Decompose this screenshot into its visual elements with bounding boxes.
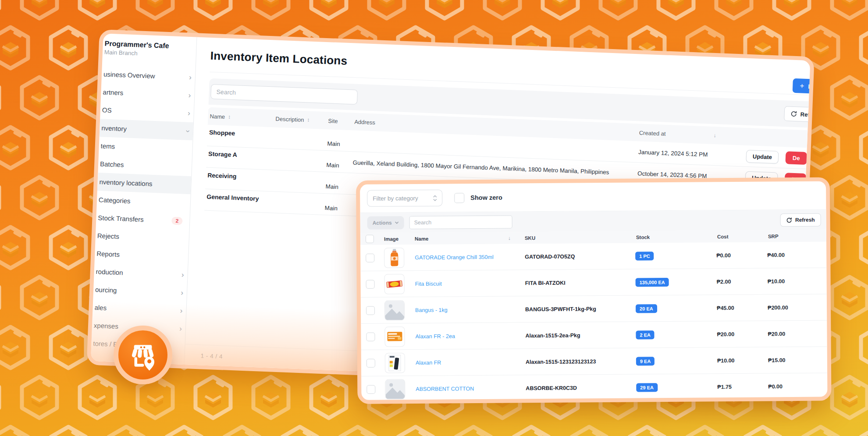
stock-badge: 1 PC	[635, 252, 654, 260]
item-image-cell	[378, 326, 413, 347]
item-stock-cell: 20 EA	[636, 304, 717, 313]
hex-logo-tile	[0, 324, 32, 372]
column-header[interactable]: Created at↓	[639, 129, 722, 139]
sort-icon: ↕	[307, 117, 310, 123]
location-description	[272, 202, 325, 204]
row-checkbox[interactable]	[366, 280, 375, 288]
column-header-label: SKU	[525, 235, 535, 241]
item-cost: ₱2.00	[717, 278, 768, 285]
item-sku: FITA BI-ATZOKI	[524, 279, 636, 286]
new-button[interactable]: + New	[793, 78, 815, 94]
chevron-right-icon: ›	[188, 110, 190, 117]
sidebar-item-label: OS	[102, 106, 188, 117]
select-all-checkbox-cell	[360, 235, 378, 243]
chevron-right-icon: ›	[180, 307, 182, 315]
product-image	[384, 326, 405, 347]
item-name-link[interactable]: Alaxan FR - 2ea	[413, 333, 524, 340]
item-name-link[interactable]: Fita Biscuit	[413, 280, 524, 287]
column-header[interactable]: Name↕	[210, 113, 275, 122]
sidebar-item-label: artners	[103, 88, 189, 99]
row-checkbox[interactable]	[366, 253, 374, 262]
row-checkbox[interactable]	[366, 385, 375, 393]
hex-logo-tile	[857, 25, 868, 73]
hex-logo-tile	[684, 424, 726, 436]
hex-logo-tile	[829, 174, 868, 223]
refresh-button[interactable]: Refr	[784, 106, 815, 122]
search-input[interactable]	[210, 84, 358, 105]
item-image-cell	[379, 353, 413, 373]
delete-button[interactable]: De	[785, 151, 807, 165]
sidebar-item-label: Batches	[100, 160, 189, 171]
items-search-input[interactable]	[409, 216, 512, 230]
item-row: Alaxan FRAlaxan-1515-1231231231239 EA₱10…	[361, 347, 827, 376]
item-image-cell	[379, 379, 413, 400]
refresh-label: Refr	[800, 111, 812, 118]
item-row: Fita BiscuitFITA BI-ATZOKI135,000 EA₱2.0…	[360, 268, 826, 298]
select-updown-icon	[433, 195, 437, 201]
actions-button[interactable]: Actions	[367, 216, 404, 230]
item-image-cell	[378, 248, 412, 268]
select-all-checkbox[interactable]	[366, 235, 374, 243]
hex-logo-tile	[47, 324, 89, 372]
stock-badge: 20 EA	[636, 304, 657, 313]
update-button[interactable]: Update	[746, 149, 779, 163]
column-header-label: Address	[354, 118, 375, 126]
item-name-link[interactable]: Alaxan FR	[413, 359, 525, 366]
hex-logo-tile	[713, 0, 755, 23]
hex-logo-tile	[829, 374, 868, 422]
stock-badge: 9 EA	[636, 357, 655, 365]
sidebar-item-label: tems	[100, 142, 189, 153]
column-header: SKU	[524, 234, 635, 241]
column-header-label: Name	[210, 113, 225, 120]
hex-logo-tile	[47, 25, 89, 73]
show-zero-checkbox[interactable]	[454, 193, 464, 203]
row-checkbox[interactable]	[366, 358, 375, 367]
hex-logo-tile	[47, 124, 89, 173]
item-srp: ₱200.00	[768, 304, 819, 311]
hex-logo-tile	[76, 0, 118, 23]
column-header[interactable]: Name↓	[412, 235, 524, 242]
chevron-right-icon: ›	[181, 271, 184, 279]
hex-logo-tile	[829, 74, 868, 123]
pagination: 1 - 4 / 4	[200, 352, 223, 360]
category-filter-select[interactable]: Filter by category	[367, 190, 442, 207]
items-refresh-button[interactable]: Refresh	[780, 213, 821, 227]
item-cost: ₱20.00	[717, 331, 768, 337]
hex-logo-tile	[250, 374, 292, 422]
row-checkbox[interactable]	[366, 306, 375, 315]
sidebar-item-label: ales	[94, 304, 180, 314]
hex-logo-tile	[539, 0, 581, 23]
hex-logo-tile	[18, 74, 60, 123]
items-refresh-label: Refresh	[795, 217, 815, 223]
refresh-icon	[790, 111, 797, 117]
row-checkbox[interactable]	[366, 332, 375, 341]
chevron-right-icon: ›	[188, 92, 191, 99]
item-srp: ₱10.00	[768, 278, 819, 284]
promo-background: Programmer's Cafe Main Branch usiness Ov…	[0, 0, 868, 436]
hex-logo-tile	[423, 0, 466, 23]
hex-logo-tile	[568, 424, 610, 436]
product-image	[384, 274, 404, 294]
refresh-icon	[786, 217, 792, 223]
hex-logo-tile	[0, 174, 3, 223]
column-header: Site	[328, 117, 355, 125]
item-cost: ₱1.75	[717, 383, 768, 390]
sort-desc-icon: ↓	[713, 132, 716, 138]
sidebar-item-label: Categories	[99, 196, 187, 207]
item-name-link[interactable]: GATORADE Orange Chill 350ml	[412, 254, 524, 261]
hex-logo-tile	[308, 0, 350, 23]
item-image-cell	[378, 300, 413, 321]
hex-logo-tile	[18, 274, 60, 323]
item-name-link[interactable]: ABSORBENT COTTON	[413, 385, 525, 392]
row-checkbox-cell	[361, 358, 379, 367]
hex-logo-tile	[279, 424, 321, 436]
hex-logo-tile	[163, 424, 205, 436]
category-filter-placeholder: Filter by category	[373, 195, 418, 202]
column-header[interactable]: Description↕	[275, 115, 328, 124]
row-actions: UpdateDe	[746, 149, 814, 166]
hex-logo-tile	[47, 224, 89, 273]
item-name-link[interactable]: Bangus - 1kg	[413, 306, 524, 313]
item-srp: ₱15.00	[768, 357, 819, 363]
item-stock-cell: 29 EA	[636, 383, 717, 392]
column-header-label: Description	[275, 115, 304, 123]
